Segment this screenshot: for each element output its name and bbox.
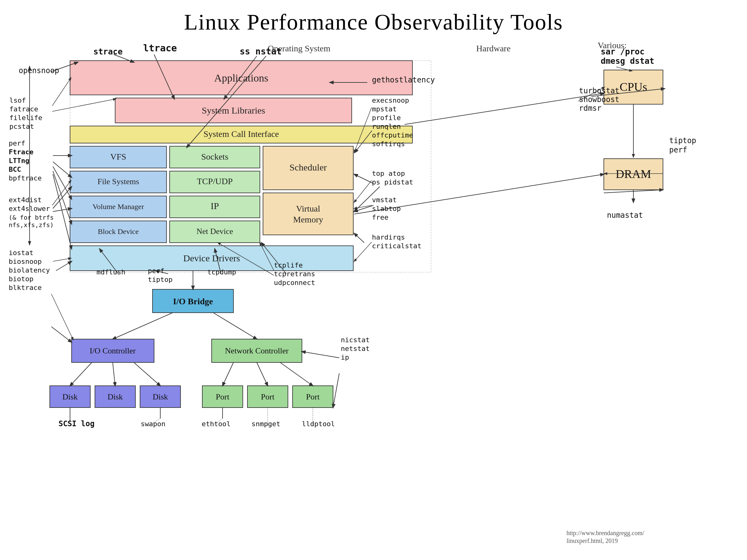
blktrace-label: blktrace xyxy=(9,284,42,292)
layer-virtmem xyxy=(263,193,353,235)
svg-line-4 xyxy=(154,54,174,99)
svg-line-13 xyxy=(53,174,72,249)
tcpudp-label: TCP/UDP xyxy=(197,177,232,186)
nicstat-label: nicstat xyxy=(341,336,370,344)
net-controller-label: Network Controller xyxy=(225,346,289,355)
dmesg-label: dmesg dstat xyxy=(601,56,654,65)
svg-marker-1 xyxy=(28,65,31,70)
softirqs-label: softirqs xyxy=(372,140,405,148)
svg-line-15 xyxy=(53,209,72,212)
svg-line-53 xyxy=(53,258,71,261)
free-label: free xyxy=(372,213,388,221)
biotop-label: biotop xyxy=(9,275,33,283)
layer-vfs xyxy=(70,146,166,168)
ip-label: IP xyxy=(211,201,219,211)
ltrace-label: ltrace xyxy=(143,43,177,54)
top-label: top atop xyxy=(372,169,405,177)
scsi-log-label: SCSI log xyxy=(58,419,95,428)
filelife-label: filelife xyxy=(9,114,42,122)
svg-line-40 xyxy=(257,363,268,386)
layer-devdrivers xyxy=(70,246,353,271)
svg-line-10 xyxy=(53,162,72,177)
svg-line-5 xyxy=(224,56,257,99)
opensnoop-label: opensnoop xyxy=(19,66,59,75)
io-controller-label: I/O Controller xyxy=(89,346,136,355)
svg-line-46 xyxy=(148,419,160,426)
strace-label: strace xyxy=(93,47,123,56)
os-boundary xyxy=(70,61,431,272)
bpftrace-label: bpftrace xyxy=(9,174,42,182)
numastat-label: numastat xyxy=(607,211,643,220)
perf-right-label: perf xyxy=(669,145,687,154)
swapon-label: swapon xyxy=(141,420,165,428)
nfs-label: nfs,xfs,zfs) xyxy=(9,221,54,229)
svg-line-28 xyxy=(354,233,364,243)
port2-box xyxy=(248,386,288,407)
layer-volmgr xyxy=(70,196,166,218)
io-controller-box xyxy=(72,339,154,363)
svg-line-34 xyxy=(113,313,173,339)
svg-line-41 xyxy=(280,363,313,386)
offcputime-label: offcputime xyxy=(372,131,413,139)
turbostat-label: turbostat xyxy=(579,86,619,95)
os-section-label: Operating System xyxy=(268,44,331,53)
cpus-label: CPUs xyxy=(620,80,647,93)
mpstat-label: mpstat xyxy=(372,105,396,113)
svg-line-39 xyxy=(223,363,233,386)
gethostlatency-label: gethostlatency xyxy=(372,76,435,84)
hardirqs-label: hardirqs xyxy=(372,233,405,241)
svg-line-32 xyxy=(215,249,221,274)
blockdev-label: Block Device xyxy=(98,228,138,236)
svg-line-6 xyxy=(187,56,266,148)
svg-line-31 xyxy=(156,271,168,274)
execsnoop-label: execsnoop xyxy=(372,97,409,104)
svg-line-26 xyxy=(354,174,604,214)
sar-label: sar /proc xyxy=(601,47,645,56)
svg-line-35 xyxy=(213,313,257,339)
ss-nstat-label: ss nstat xyxy=(240,46,282,57)
svg-line-25 xyxy=(354,205,374,212)
perf-bottom-label: perf xyxy=(148,267,164,275)
udpconnect-label: udpconnect xyxy=(274,279,315,287)
btrfs-label: (& for btrfs xyxy=(9,214,54,221)
layer-blockdev xyxy=(70,221,166,243)
disk1-box xyxy=(50,386,90,407)
tcpretrans-label: tcpretrans xyxy=(274,270,315,278)
svg-line-37 xyxy=(113,363,115,386)
port1-box xyxy=(202,386,243,407)
ext4dist-label: ext4dist xyxy=(9,196,42,204)
svg-line-14 xyxy=(53,187,72,209)
layer-scheduler xyxy=(263,146,353,190)
mdflush-label: mdflush xyxy=(97,268,125,276)
svg-line-12 xyxy=(53,171,72,224)
scheduler-label: Scheduler xyxy=(289,162,327,172)
runqlen-label: runqlen xyxy=(372,123,401,130)
svg-line-36 xyxy=(70,363,92,386)
port2-label: Port xyxy=(261,392,275,401)
footer-page: linuxperf.html, 2019 xyxy=(566,537,618,544)
tiptop-bottom-label: tiptop xyxy=(148,276,173,284)
virtmem-label2: Memory xyxy=(293,215,323,224)
svg-line-57 xyxy=(52,181,71,205)
svg-line-38 xyxy=(134,363,160,386)
iostat-label: iostat xyxy=(9,249,33,257)
various-section-label: Various: xyxy=(598,41,626,50)
svg-line-59 xyxy=(354,181,371,202)
layer-syslibs xyxy=(115,98,352,123)
svg-line-63 xyxy=(354,107,371,153)
tcplife-label: tcplife xyxy=(274,261,303,269)
svg-line-27 xyxy=(604,190,663,193)
svg-line-16 xyxy=(56,261,72,271)
svg-line-11 xyxy=(53,166,72,199)
lldptool-label: lldptool xyxy=(302,420,335,428)
page-title: Linux Performance Observability Tools xyxy=(0,0,747,38)
syslibs-label: System Libraries xyxy=(202,105,265,115)
port3-box xyxy=(292,386,333,407)
disk3-box xyxy=(140,386,181,407)
net-controller-box xyxy=(212,339,302,363)
filesystems-label: File Systems xyxy=(97,177,139,186)
svg-marker-22 xyxy=(632,154,635,158)
layer-filesystems xyxy=(70,171,166,193)
netdev-label: Net Device xyxy=(197,227,233,236)
svg-line-52 xyxy=(67,422,70,426)
